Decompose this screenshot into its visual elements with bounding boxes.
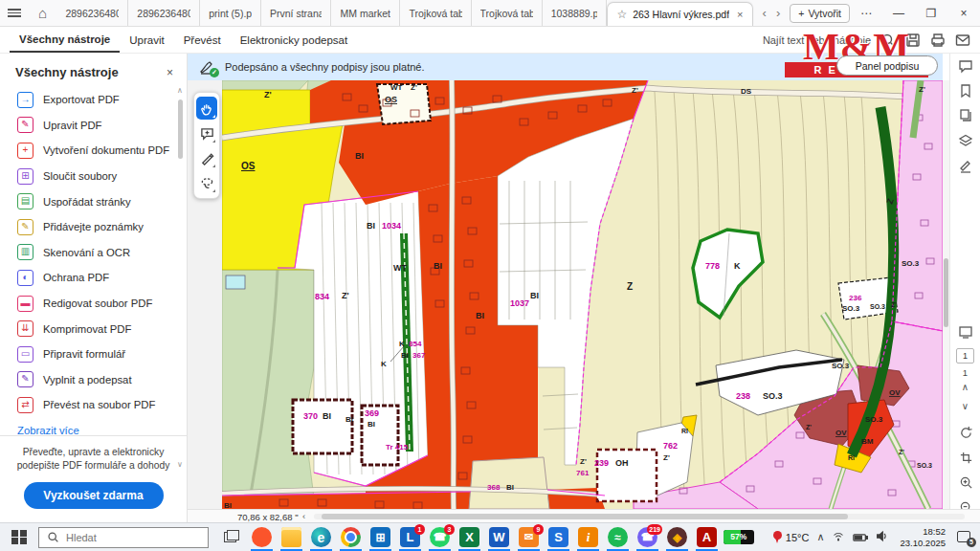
zoning-map-document[interactable]: Z'WTZ'OSOSBIBI1034834Z'WTBIBI1037BIZ778K… bbox=[222, 80, 943, 509]
active-document-tab[interactable]: ☆ 263 Hlavní výkres.pdf × bbox=[607, 2, 752, 26]
add-comment-tool[interactable] bbox=[196, 121, 217, 144]
vertical-scrollbar-thumb[interactable] bbox=[944, 258, 948, 327]
svg-text:Z': Z' bbox=[663, 453, 670, 462]
menu-item-1[interactable]: Upravit bbox=[120, 27, 173, 53]
sidebar-scrollbar[interactable]: ∧ ∨ bbox=[176, 86, 184, 469]
pencil-draw-tool[interactable] bbox=[196, 146, 217, 169]
layers-icon[interactable] bbox=[950, 128, 980, 153]
battery-saver-indicator[interactable]: 57% bbox=[724, 530, 754, 544]
weather-widget[interactable]: 15°C bbox=[773, 531, 810, 543]
taskbar-app-brave[interactable] bbox=[247, 523, 277, 551]
sidebar-tool[interactable]: ▭Připravit formulář bbox=[0, 342, 187, 367]
horizontal-scrollbar[interactable] bbox=[314, 514, 965, 519]
taskbar-app-word[interactable]: W bbox=[484, 523, 514, 551]
sidebar-tool[interactable]: →Exportovat PDF bbox=[0, 87, 187, 113]
create-button[interactable]: + Vytvořit bbox=[790, 4, 850, 23]
more-options-icon[interactable]: ⋯ bbox=[850, 7, 882, 20]
sidebar-tool[interactable]: ▤Uspořádat stránky bbox=[0, 188, 187, 214]
menu-item-2[interactable]: Převést bbox=[174, 27, 231, 53]
close-sidebar-icon[interactable]: × bbox=[167, 66, 173, 79]
horizontal-scrollbar-thumb[interactable] bbox=[322, 514, 848, 519]
hand-pan-tool[interactable] bbox=[196, 97, 217, 120]
taskbar-app-mail[interactable]: ✉9 bbox=[514, 523, 544, 551]
minimize-button[interactable]: — bbox=[882, 7, 915, 20]
taskbar-app-teamviewer[interactable]: S bbox=[544, 523, 573, 551]
sidebar-tool[interactable]: ✎Upravit PDF bbox=[0, 113, 187, 139]
page-thumbnails-icon[interactable] bbox=[950, 103, 980, 128]
document-tab[interactable]: MM marketi... bbox=[331, 0, 400, 26]
page-view-icon[interactable] bbox=[950, 320, 980, 344]
crop-tool-icon[interactable] bbox=[950, 445, 980, 470]
taskbar-app-file-explorer[interactable] bbox=[277, 523, 306, 551]
taskbar-app-info-app[interactable]: i bbox=[573, 523, 603, 551]
sidebar-tool[interactable]: ▥Skenování a OCR bbox=[0, 240, 187, 266]
document-tab[interactable]: Trojková tab... bbox=[400, 0, 471, 26]
excel-icon: X bbox=[459, 527, 479, 547]
signature-panel-button[interactable]: Panel podpisu bbox=[836, 55, 938, 76]
mail-icon[interactable] bbox=[955, 33, 970, 48]
taskbar-app-spotify[interactable]: ≈ bbox=[603, 523, 633, 551]
battery-icon[interactable] bbox=[853, 529, 868, 546]
previous-page-icon[interactable]: ∧ bbox=[950, 382, 980, 401]
document-tab[interactable]: 2896236480... bbox=[128, 0, 200, 26]
close-tab-icon[interactable]: × bbox=[737, 9, 743, 20]
taskbar-app-excel[interactable]: X bbox=[455, 523, 484, 551]
taskbar-app-whatsapp[interactable]: ☎3 bbox=[425, 523, 455, 551]
sidebar-tool[interactable]: ⇄Převést na soubor PDF bbox=[0, 392, 187, 418]
notification-center[interactable]: 5 bbox=[957, 530, 974, 545]
sidebar-tool[interactable]: ◐Ochrana PDF bbox=[0, 265, 187, 291]
volume-icon[interactable] bbox=[876, 529, 888, 546]
taskbar-clock[interactable]: 18:52 23.10.2025 bbox=[900, 526, 946, 549]
taskbar-app-edge[interactable]: e bbox=[306, 523, 336, 551]
scroll-up-icon[interactable]: ∧ bbox=[176, 86, 184, 95]
lasso-tool[interactable] bbox=[196, 171, 217, 194]
hidden-icons-chevron[interactable]: ∧ bbox=[816, 531, 824, 543]
menu-item-0[interactable]: Všechny nástroje bbox=[10, 27, 120, 53]
try-free-button[interactable]: Vyzkoušet zdarma bbox=[24, 482, 164, 509]
sidebar-tool[interactable]: +Vytvoření dokumentu PDF bbox=[0, 138, 187, 164]
taskbar-app-acrobat[interactable]: A bbox=[692, 523, 722, 551]
taskbar-app-ms-store[interactable]: ⊞ bbox=[366, 523, 395, 551]
svg-text:K: K bbox=[399, 340, 405, 348]
comments-icon[interactable] bbox=[950, 54, 980, 78]
document-tab[interactable]: 1038889.pdf bbox=[543, 0, 608, 26]
tab-scroll-left-icon[interactable]: ‹ bbox=[763, 6, 767, 20]
zoom-in-icon[interactable] bbox=[950, 470, 980, 495]
taskbar-app-chrome[interactable] bbox=[336, 523, 366, 551]
sidebar-tool[interactable]: ✎Vyplnit a podepsat bbox=[0, 367, 187, 393]
sidebar-tool[interactable]: ✎Přidávejte poznámky bbox=[0, 214, 187, 240]
menu-item-3[interactable]: Elektronicky podepsat bbox=[231, 27, 358, 53]
tab-scroll-right-icon[interactable]: › bbox=[776, 6, 780, 20]
close-window-button[interactable]: × bbox=[947, 7, 980, 20]
vertical-scrollbar[interactable] bbox=[943, 80, 949, 509]
taskbar-search[interactable] bbox=[38, 527, 209, 548]
page-number-input[interactable]: 1 bbox=[956, 348, 974, 364]
document-tab[interactable]: 2896236480... bbox=[56, 0, 128, 26]
sidebar-tool[interactable]: ⊞Sloučit soubory bbox=[0, 164, 187, 189]
start-button[interactable] bbox=[0, 523, 38, 551]
menu-hamburger-icon[interactable] bbox=[0, 0, 29, 26]
taskbar-search-input[interactable] bbox=[66, 532, 181, 543]
task-view-button[interactable] bbox=[216, 523, 245, 551]
taskbar-app-compass-app[interactable]: ◈ bbox=[662, 523, 692, 551]
bookmarks-icon[interactable] bbox=[950, 78, 980, 103]
document-tab[interactable]: První strana... bbox=[261, 0, 331, 26]
document-tab[interactable]: print (5).pdf bbox=[200, 0, 261, 26]
star-icon[interactable]: ☆ bbox=[616, 8, 627, 21]
taskbar-app-l-app[interactable]: L1 bbox=[395, 523, 425, 551]
taskbar-app-viber[interactable]: ☎219 bbox=[633, 523, 662, 551]
sidebar-tool[interactable]: ⇊Komprimovat PDF bbox=[0, 316, 187, 342]
scrollbar-thumb[interactable] bbox=[178, 99, 183, 159]
svg-text:238: 238 bbox=[736, 391, 750, 401]
sign-pen-icon[interactable] bbox=[950, 153, 980, 178]
document-tab[interactable]: Trojková tab... bbox=[472, 0, 543, 26]
sidebar-tool[interactable]: ▬Redigovat soubor PDF bbox=[0, 291, 187, 317]
wifi-icon[interactable] bbox=[832, 529, 845, 546]
scroll-left-icon[interactable]: ‹ bbox=[302, 511, 305, 521]
print-icon[interactable] bbox=[930, 33, 946, 48]
rotate-page-icon[interactable] bbox=[950, 420, 980, 445]
show-more-link[interactable]: Zobrazit více bbox=[0, 418, 187, 436]
maximize-button[interactable]: ❐ bbox=[915, 7, 947, 20]
next-page-icon[interactable]: ∨ bbox=[950, 401, 980, 420]
home-icon[interactable]: ⌂ bbox=[29, 0, 57, 26]
